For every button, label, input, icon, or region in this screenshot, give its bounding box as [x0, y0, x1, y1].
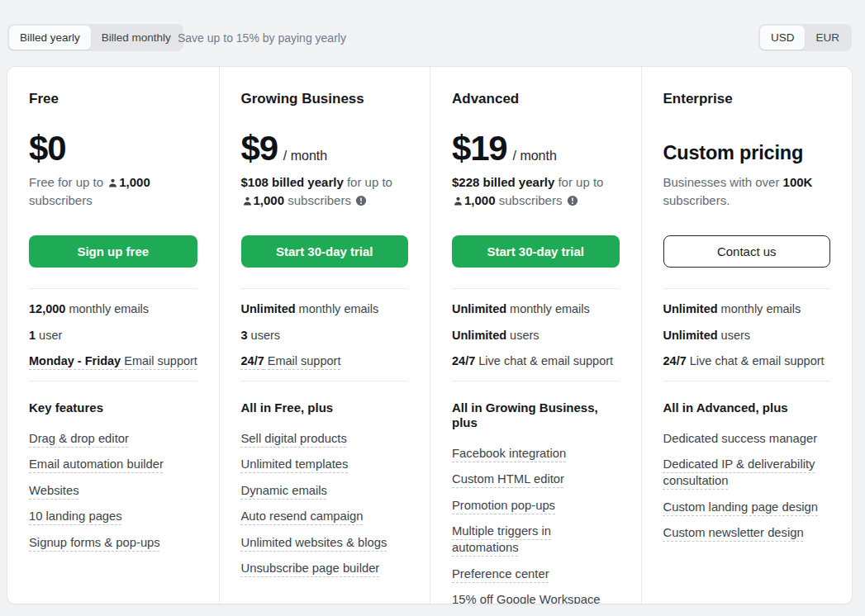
feature-item: Websites: [29, 482, 197, 499]
cta-sign-up-free[interactable]: Sign up free: [29, 235, 197, 268]
feature-item: Auto resend campaign: [241, 508, 409, 524]
feature-label: Dedicated success manager: [663, 432, 818, 445]
cta-start-30-day-trial[interactable]: Start 30-day trial: [452, 235, 620, 268]
usage-row: Monday - Friday Email support: [29, 354, 197, 369]
divider: [452, 288, 620, 289]
feature-item: Multiple triggers in automations: [452, 523, 620, 556]
usage-row: 24/7 Live chat & email support: [663, 354, 831, 369]
feature-item: Unsubscribe page builder: [241, 560, 409, 576]
tooltip-term[interactable]: Sell digital products: [241, 432, 347, 445]
divider: [452, 381, 620, 381]
feature-item: Custom HTML editor: [452, 471, 620, 487]
plan-subtitle: $228 billed yearly for up to1,000 subscr…: [452, 173, 620, 210]
person-icon: [107, 175, 118, 189]
cta-start-30-day-trial[interactable]: Start 30-day trial: [241, 235, 409, 268]
price-amount: $9: [241, 131, 278, 166]
plan-name: Free: [29, 91, 197, 107]
tooltip-term[interactable]: Email automation builder: [29, 457, 164, 471]
plan-column-enterprise: Enterprise Custom pricing Businesses wit…: [641, 67, 853, 604]
plan-price: Custom pricing: [663, 128, 831, 166]
divider: [663, 288, 831, 289]
usage-row: Unlimited monthly emails: [241, 302, 409, 317]
plan-usage-list: 12,000 monthly emails1 userMonday - Frid…: [29, 302, 197, 369]
plan-name: Enterprise: [663, 91, 831, 107]
feature-item: Facebook integration: [452, 445, 620, 462]
feature-item: Custom newsletter design: [663, 524, 831, 541]
feature-item: Dedicated IP & deliverability consultati…: [663, 456, 831, 489]
divider: [241, 381, 409, 381]
feature-item: Preference center: [452, 566, 620, 582]
tooltip-term[interactable]: Drag & drop editor: [29, 432, 129, 445]
tooltip-term[interactable]: 24/7 Email support: [241, 354, 341, 367]
feature-item: Custom landing page design: [663, 499, 831, 515]
tooltip-term[interactable]: Unsubscribe page builder: [241, 562, 380, 575]
plan-subtitle: $108 billed yearly for up to1,000 subscr…: [241, 173, 409, 210]
plan-price: $0: [29, 128, 197, 166]
tooltip-term[interactable]: Custom landing page design: [663, 500, 819, 514]
usage-row: 12,000 monthly emails: [29, 302, 197, 317]
tooltip-term[interactable]: Dynamic emails: [241, 484, 327, 497]
tooltip-term[interactable]: Websites: [29, 484, 79, 497]
plan-usage-list: Unlimited monthly emailsUnlimited users2…: [452, 302, 620, 369]
feature-item: 15% off Google Workspace: [452, 591, 620, 604]
divider: [663, 381, 831, 381]
plan-column-growing-business: Growing Business $9/ month $108 billed y…: [219, 67, 430, 604]
person-icon: [453, 193, 463, 207]
tooltip-term[interactable]: Monday - Friday Email support: [29, 354, 197, 367]
features-list: Facebook integrationCustom HTML editorPr…: [452, 445, 620, 605]
price-amount: $0: [29, 131, 65, 166]
usage-row: 24/7 Email support: [241, 354, 409, 369]
feature-item: Dedicated success manager: [663, 430, 831, 447]
divider: [241, 288, 409, 289]
tooltip-term[interactable]: Multiple triggers in automations: [452, 524, 551, 554]
currency-option-eur[interactable]: EUR: [805, 26, 850, 50]
features-heading: All in Free, plus: [241, 400, 409, 415]
feature-item: Unlimited websites & blogs: [241, 534, 409, 551]
person-icon: [242, 193, 253, 207]
usage-row: Unlimited monthly emails: [452, 302, 620, 317]
plan-usage-list: Unlimited monthly emails3 users24/7 Emai…: [241, 302, 409, 369]
plan-subtitle: Businesses with over 100K subscribers.: [663, 173, 831, 210]
usage-row: Unlimited users: [452, 329, 620, 344]
billing-period-toggle: Billed yearlyBilled monthly: [7, 24, 183, 51]
tooltip-term[interactable]: Unlimited websites & blogs: [241, 536, 387, 549]
info-icon[interactable]: [567, 193, 578, 207]
features-list: Drag & drop editorEmail automation build…: [29, 430, 197, 551]
tooltip-term[interactable]: Auto resend campaign: [241, 509, 364, 523]
tooltip-term[interactable]: Custom newsletter design: [663, 526, 804, 539]
plan-price: $19/ month: [452, 128, 620, 166]
billing-option-billed-monthly[interactable]: Billed monthly: [91, 26, 182, 50]
price-period: / month: [283, 145, 327, 166]
tooltip-term[interactable]: Dedicated IP & deliverability consultati…: [663, 457, 815, 487]
feature-item: 10 landing pages: [29, 508, 197, 524]
tooltip-term[interactable]: Signup forms & pop-ups: [29, 536, 160, 549]
tooltip-term[interactable]: Promotion pop-ups: [452, 499, 555, 512]
billing-option-billed-yearly[interactable]: Billed yearly: [9, 26, 91, 50]
plan-usage-list: Unlimited monthly emailsUnlimited users2…: [663, 302, 831, 369]
divider: [29, 381, 197, 381]
tooltip-term[interactable]: Facebook integration: [452, 447, 566, 460]
plan-column-free: Free $0 Free for up to 1,000 subscribers…: [7, 67, 219, 604]
currency-option-usd[interactable]: USD: [760, 26, 806, 50]
currency-toggle: USDEUR: [758, 24, 852, 51]
info-icon[interactable]: [355, 193, 367, 207]
cta-contact-us[interactable]: Contact us: [663, 235, 831, 268]
feature-item: Email automation builder: [29, 456, 197, 472]
tooltip-term[interactable]: Custom HTML editor: [452, 472, 564, 486]
pricing-table: Free $0 Free for up to 1,000 subscribers…: [7, 66, 853, 604]
feature-label: 15% off Google Workspace: [452, 593, 601, 604]
usage-row: Unlimited users: [663, 329, 831, 344]
tooltip-term[interactable]: 10 landing pages: [29, 509, 122, 523]
features-heading: All in Advanced, plus: [663, 400, 831, 415]
savings-note: Save up to 15% by paying yearly: [178, 31, 346, 45]
feature-item: Unlimited templates: [241, 456, 409, 472]
plan-name: Advanced: [452, 91, 620, 107]
plan-price: $9/ month: [241, 128, 409, 166]
usage-row: 24/7 Live chat & email support: [452, 354, 620, 369]
plan-subtitle: Free for up to 1,000 subscribers: [29, 173, 197, 210]
tooltip-term[interactable]: Unlimited templates: [241, 457, 349, 471]
tooltip-term[interactable]: Preference center: [452, 567, 549, 580]
price-period: / month: [512, 145, 556, 166]
usage-row: Unlimited monthly emails: [663, 302, 831, 317]
divider: [29, 288, 197, 289]
